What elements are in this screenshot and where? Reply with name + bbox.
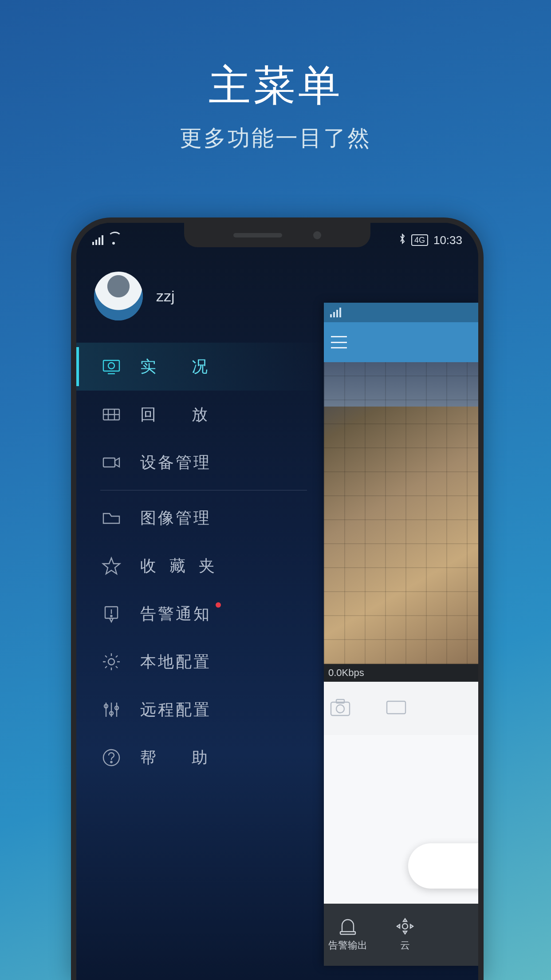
gear-icon [100, 651, 122, 673]
profile-section[interactable]: zzj [94, 272, 175, 320]
menu-item-playback[interactable]: 回 放 [76, 391, 325, 439]
promo-subtitle: 更多功能一目了然 [180, 123, 371, 153]
camera-icon [100, 451, 122, 474]
preview-blank [324, 735, 478, 904]
svg-point-11 [108, 659, 114, 665]
menu-item-images[interactable]: 图像管理 [76, 494, 325, 542]
preview-status-bar [324, 303, 478, 322]
sliders-icon [100, 699, 122, 721]
menu-item-devices[interactable]: 设备管理 [76, 439, 325, 486]
username: zzj [156, 288, 175, 305]
menu-item-label: 收 藏 夹 [140, 555, 219, 577]
menu-divider [100, 490, 307, 490]
promo-title: 主菜单 [209, 58, 343, 115]
signal-icon [330, 308, 341, 317]
menu-item-label: 远程配置 [140, 699, 211, 721]
preview-tab-ptz[interactable]: 云 [396, 917, 414, 952]
menu-item-label: 图像管理 [140, 507, 211, 529]
feed-bitrate: 0.0Kbps [324, 664, 478, 682]
svg-point-19 [110, 761, 112, 763]
folder-icon [100, 507, 122, 529]
menu-item-label: 回 放 [140, 404, 217, 426]
menu-item-help[interactable]: 帮 助 [76, 734, 325, 782]
phone-screen: 4G 10:33 zzj 实 况回 放设备管理图像管理收 藏 夹告警通知本地配置… [76, 223, 478, 980]
preview-panel: 0.0Kbps 告警输出云 [324, 303, 478, 966]
phone-notch [184, 223, 370, 247]
svg-rect-23 [387, 701, 405, 714]
network-badge: 4G [411, 234, 428, 246]
preview-tab-alarm-out[interactable]: 告警输出 [328, 917, 367, 952]
menu-item-label: 帮 助 [140, 747, 217, 769]
alert-icon [100, 603, 122, 625]
film-icon [100, 403, 122, 426]
notification-dot [216, 602, 221, 608]
menu-item-label: 设备管理 [140, 452, 211, 474]
menu-item-live[interactable]: 实 况 [76, 343, 325, 391]
svg-rect-0 [103, 360, 119, 371]
preview-bottom-tabs: 告警输出云 [324, 904, 478, 966]
signal-icon [92, 235, 103, 245]
monitor-icon [100, 356, 122, 378]
promo-heading: 主菜单 更多功能一目了然 [0, 58, 551, 153]
main-menu: 实 况回 放设备管理图像管理收 藏 夹告警通知本地配置远程配置帮 助 [76, 343, 325, 782]
menu-icon[interactable] [331, 336, 347, 348]
menu-item-label: 本地配置 [140, 651, 211, 673]
star-icon [100, 555, 122, 577]
svg-rect-22 [336, 699, 344, 703]
svg-point-21 [336, 705, 344, 713]
svg-point-10 [110, 615, 112, 616]
status-time: 10:33 [433, 233, 462, 247]
preview-header [324, 322, 478, 362]
bluetooth-icon [399, 233, 406, 247]
svg-point-25 [402, 924, 408, 929]
menu-item-fav[interactable]: 收 藏 夹 [76, 542, 325, 590]
svg-point-1 [108, 363, 114, 369]
svg-rect-24 [340, 932, 355, 934]
menu-item-local[interactable]: 本地配置 [76, 638, 325, 686]
preview-tab-label: 云 [400, 939, 410, 952]
menu-item-remote[interactable]: 远程配置 [76, 686, 325, 734]
camera-feed[interactable] [324, 362, 478, 664]
menu-item-label: 告警通知 [140, 603, 211, 625]
preview-tab-label: 告警输出 [328, 939, 367, 952]
svg-rect-7 [103, 458, 115, 467]
avatar[interactable] [94, 272, 143, 320]
snapshot-icon[interactable] [330, 699, 350, 718]
preview-toolbar [324, 682, 478, 735]
wifi-icon [108, 236, 119, 245]
help-icon [100, 747, 122, 769]
floating-button[interactable] [408, 843, 478, 889]
svg-rect-20 [331, 702, 350, 715]
menu-item-alarm[interactable]: 告警通知 [76, 590, 325, 638]
menu-item-label: 实 况 [140, 356, 217, 378]
phone-frame: 4G 10:33 zzj 实 况回 放设备管理图像管理收 藏 夹告警通知本地配置… [71, 217, 484, 980]
record-icon[interactable] [386, 699, 406, 718]
